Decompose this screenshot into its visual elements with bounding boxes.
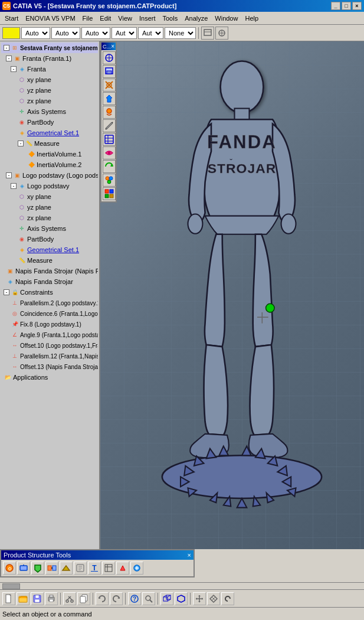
float-btn-11[interactable] — [103, 187, 116, 200]
tree-franta-instance[interactable]: - ▣ Franta (Franta.1) — [1, 53, 98, 64]
bt-move-2[interactable] — [207, 592, 220, 605]
bt-copy[interactable] — [77, 592, 90, 605]
expand-constraints[interactable]: - — [4, 289, 9, 295]
float-btn-10[interactable] — [103, 174, 116, 187]
product-toolbar-close[interactable]: × — [188, 552, 191, 559]
combo-1[interactable]: Auto — [21, 27, 50, 39]
tree-geo-2[interactable]: ◈ Geometrical Set.1 — [1, 244, 98, 255]
float-btn-9[interactable] — [103, 160, 116, 173]
tree-measure-2[interactable]: 📏 Measure — [1, 255, 98, 266]
bt-cut[interactable] — [63, 592, 76, 605]
combo-4[interactable]: Aut — [112, 27, 137, 39]
pt-btn-5[interactable] — [60, 562, 73, 575]
float-btn-3[interactable] — [103, 79, 116, 92]
tree-xy-plane-2[interactable]: ⬡ xy plane — [1, 191, 98, 202]
tree-axis-systems-1[interactable]: ✛ Axis Systems — [1, 106, 98, 117]
tree-napis-part[interactable]: ◈ Napis Fanda Strojar — [1, 276, 98, 287]
bt-move-1[interactable] — [193, 592, 206, 605]
tree-inertia-2[interactable]: 🔶 InertiaVolume.2 — [1, 159, 98, 170]
menu-enovia[interactable]: ENOVIA V5 VPM — [22, 14, 78, 23]
float-btn-5[interactable] — [103, 106, 116, 119]
float-btn-1[interactable] — [103, 51, 116, 64]
pt-btn-3[interactable] — [31, 562, 44, 575]
float-btn-7[interactable] — [103, 133, 116, 146]
menu-help[interactable]: Help — [241, 14, 262, 23]
bt-redo[interactable] — [110, 592, 123, 605]
tree-zx-plane-1[interactable]: ⬡ zx plane — [1, 96, 98, 106]
tree-geo-1[interactable]: ◈ Geometrical Set.1 — [1, 128, 98, 138]
menu-analyze[interactable]: Analyze — [181, 14, 211, 23]
pt-btn-10[interactable] — [130, 562, 143, 575]
tree-logo-part[interactable]: - ◈ Logo podstavy — [1, 181, 98, 191]
pt-btn-7[interactable]: T — [88, 562, 101, 575]
combo-2[interactable]: Auto — [51, 27, 80, 39]
tree-zx-plane-2[interactable]: ⬡ zx plane — [1, 213, 98, 223]
bt-view-iso[interactable] — [175, 592, 188, 605]
menu-start[interactable]: Start — [1, 14, 22, 23]
tree-axis-systems-2[interactable]: ✛ Axis Systems — [1, 223, 98, 234]
expand-franta-inst[interactable]: - — [6, 56, 12, 61]
minimize-button[interactable]: _ — [331, 2, 340, 10]
color-swatch[interactable] — [2, 27, 20, 39]
tree-c2[interactable]: ◎ Coincidence.6 (Franta.1,Logo podstavy.… — [1, 308, 98, 319]
tree-applications[interactable]: 📂 Applications — [1, 372, 98, 383]
tree-c1[interactable]: ⊥ Parallelism.2 (Logo podstavy.1,Franta.… — [1, 298, 98, 308]
expand-root[interactable]: - — [4, 45, 9, 51]
tree-partbody-2[interactable]: ◉ PartBody — [1, 234, 98, 244]
tree-xy-plane-1[interactable]: ⬡ xy plane — [1, 74, 98, 85]
bt-undo[interactable] — [96, 592, 109, 605]
menu-insert[interactable]: Insert — [136, 14, 159, 23]
expand-logo[interactable]: - — [11, 183, 17, 189]
horizontal-scrollbar[interactable] — [0, 582, 364, 589]
tree-measure-1[interactable]: - 📏 Measure — [1, 138, 98, 149]
menu-view[interactable]: View — [114, 14, 136, 23]
tree-constraints[interactable]: - 🔒 Constraints — [1, 287, 98, 298]
tree-c4[interactable]: ∠ Angle.9 (Franta.1,Logo podstavy.1) — [1, 329, 98, 340]
tree-root[interactable]: - ⊞ Sestava Franty se stojanem — [1, 43, 98, 53]
pt-btn-9[interactable] — [116, 562, 129, 575]
toolbar-btn-2[interactable] — [215, 27, 228, 40]
pt-btn-1[interactable]: ⚙ — [3, 562, 16, 575]
tree-franta-part[interactable]: - ◈ Franta — [1, 64, 98, 74]
expand-franta[interactable]: - — [11, 66, 17, 72]
bt-help[interactable]: ? — [128, 592, 141, 605]
tree-c5[interactable]: ↔ Offset.10 (Logo podstavy.1,Franta.1) — [1, 340, 98, 351]
menu-tools[interactable]: Tools — [159, 14, 181, 23]
tree-yz-plane-2[interactable]: ⬡ yz plane — [1, 202, 98, 213]
float-btn-4[interactable] — [103, 92, 116, 105]
tree-logo-instance[interactable]: - ▣ Logo podstavy (Logo podstav — [1, 170, 98, 181]
bt-open[interactable] — [17, 592, 29, 605]
tree-partbody-1[interactable]: ◉ PartBody — [1, 117, 98, 128]
float-btn-8[interactable] — [103, 146, 116, 159]
pt-btn-8[interactable] — [102, 562, 115, 575]
menu-window[interactable]: Window — [211, 14, 241, 23]
bt-search[interactable] — [142, 592, 155, 605]
expand-logo-inst[interactable]: - — [6, 172, 12, 178]
bt-print[interactable] — [45, 592, 58, 605]
combo-6[interactable]: None — [165, 27, 196, 39]
bt-save[interactable] — [31, 592, 44, 605]
combo-3[interactable]: Auto — [81, 27, 110, 39]
close-button[interactable]: × — [352, 2, 362, 10]
combo-5[interactable]: Aut — [138, 27, 163, 39]
bt-rotate[interactable] — [221, 592, 234, 605]
pt-btn-4[interactable] — [45, 562, 58, 575]
tree-c6[interactable]: ⊥ Parallelism.12 (Franta.1,Napis Fanda S… — [1, 351, 98, 361]
expand-measure-1[interactable]: - — [18, 141, 24, 146]
bt-new[interactable] — [2, 592, 15, 605]
tree-c3[interactable]: 📌 Fix.8 (Logo podstavy.1) — [1, 319, 98, 329]
menu-edit[interactable]: Edit — [96, 14, 114, 23]
float-btn-6[interactable] — [103, 119, 116, 132]
tree-c7[interactable]: ↔ Offset.13 (Napis Fanda Strojar.1,Frant… — [1, 361, 98, 372]
tree-yz-plane-1[interactable]: ⬡ yz plane — [1, 85, 98, 96]
float-btn-2[interactable] — [103, 65, 116, 78]
floating-close-button[interactable]: × — [111, 43, 114, 50]
maximize-button[interactable]: □ — [342, 2, 351, 10]
menu-file[interactable]: File — [79, 14, 97, 23]
scroll-thumb-h[interactable] — [2, 583, 20, 589]
toolbar-btn-1[interactable] — [201, 27, 214, 40]
pt-btn-2[interactable] — [17, 562, 30, 575]
viewport[interactable]: FANDA STROJAR ˇ C... × — [100, 41, 364, 549]
tree-napis-instance[interactable]: ▣ Napis Fanda Strojar (Napis Fanda Stroj… — [1, 266, 98, 276]
tree-inertia-1[interactable]: 🔶 InertiaVolume.1 — [1, 149, 98, 159]
